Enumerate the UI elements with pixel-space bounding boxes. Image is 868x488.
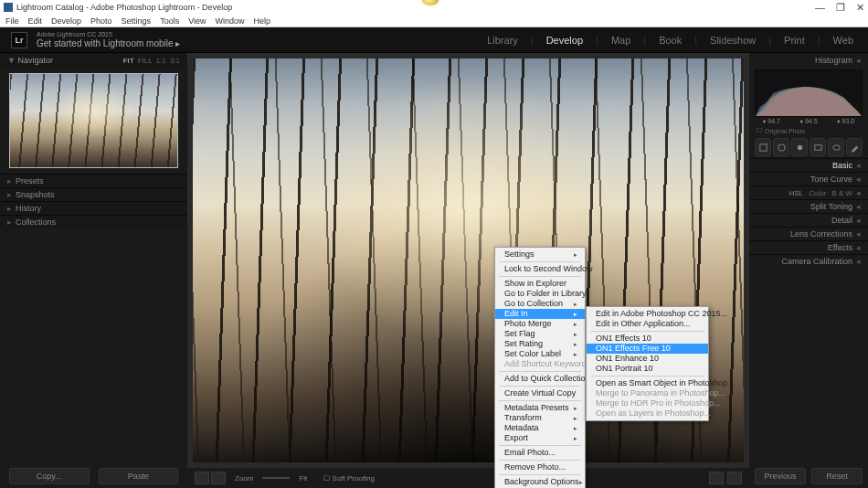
- cm-set-flag[interactable]: Set Flag▸: [495, 329, 585, 339]
- panel-snapshots[interactable]: ▸Snapshots: [0, 187, 187, 201]
- cm-settings[interactable]: Settings▸: [495, 249, 585, 260]
- module-picker: Library| Develop| Map| Book| Slideshow| …: [483, 35, 857, 46]
- menu-file[interactable]: File: [5, 16, 19, 26]
- panel-detail[interactable]: Detail ◂: [749, 213, 868, 227]
- navigator-thumbnail[interactable]: [9, 73, 178, 168]
- cm-remove-photo[interactable]: Remove Photo...: [495, 462, 585, 472]
- cm-goto-folder[interactable]: Go to Folder in Library: [495, 289, 585, 299]
- reset-button[interactable]: Reset: [811, 468, 863, 484]
- panel-presets[interactable]: ▸Presets: [0, 174, 187, 187]
- identity-line2[interactable]: Get started with Lightroom mobile ▸: [37, 38, 180, 48]
- svg-point-4: [832, 144, 839, 150]
- cm-transform[interactable]: Transform▸: [495, 413, 585, 423]
- panel-collections[interactable]: ▸Collections: [0, 215, 187, 228]
- before-after-button[interactable]: [211, 472, 226, 484]
- module-develop[interactable]: Develop: [543, 35, 587, 46]
- center-toolbar: Zoom Fit ☐ Soft Proofing: [187, 468, 749, 488]
- panel-hsl[interactable]: HSLColorB & W ◂: [749, 186, 868, 199]
- module-web[interactable]: Web: [830, 35, 857, 46]
- module-library[interactable]: Library: [483, 35, 522, 46]
- panel-lens-corrections[interactable]: Lens Corrections ◂: [749, 227, 868, 240]
- panel-split-toning[interactable]: Split Toning ◂: [749, 199, 868, 213]
- cm-smart-object[interactable]: Open as Smart Object in Photoshop...: [587, 378, 708, 388]
- context-menu-main: Settings▸ Lock to Second Window Show in …: [494, 247, 586, 488]
- svg-rect-3: [814, 144, 820, 150]
- navigator-header[interactable]: ▼ Navigator FIT FILL 1:1 3:1: [0, 53, 187, 68]
- filmstrip-toggle-button[interactable]: [727, 472, 742, 484]
- menu-window[interactable]: Window: [216, 16, 245, 26]
- svg-point-2: [797, 144, 802, 150]
- menu-tools[interactable]: Tools: [160, 16, 179, 26]
- nav-1-1[interactable]: 1:1: [156, 57, 166, 65]
- menu-view[interactable]: View: [188, 16, 206, 26]
- center-area: Zoom Fit ☐ Soft Proofing: [187, 53, 749, 488]
- panel-effects[interactable]: Effects ◂: [749, 240, 868, 254]
- panel-tone-curve[interactable]: Tone Curve ◂: [749, 172, 868, 186]
- cm-on1-effects-free[interactable]: ON1 Effects Free 10: [587, 344, 708, 354]
- histogram-values: ♦ 94.7 ♦ 94.5 ♦ 93.0: [749, 117, 868, 125]
- menu-help[interactable]: Help: [254, 16, 271, 26]
- menu-settings[interactable]: Settings: [122, 16, 152, 26]
- histogram-header[interactable]: Histogram◂: [749, 53, 868, 68]
- cm-on1-effects[interactable]: ON1 Effects 10: [587, 334, 708, 344]
- zoom-label: Zoom: [235, 474, 253, 483]
- cm-photo-merge[interactable]: Photo Merge▸: [495, 319, 585, 329]
- module-book[interactable]: Book: [655, 35, 685, 46]
- redeye-tool[interactable]: [791, 138, 808, 156]
- module-slideshow[interactable]: Slideshow: [706, 35, 759, 46]
- minimize-button[interactable]: —: [815, 2, 825, 14]
- soft-proofing-checkbox[interactable]: ☐ Soft Proofing: [323, 474, 374, 483]
- cm-background-options[interactable]: Background Options▸: [495, 477, 585, 487]
- window-title: Lightroom Catalog - Adobe Photoshop Ligh…: [16, 3, 232, 12]
- cm-email-photo[interactable]: Email Photo...: [495, 448, 585, 458]
- nav-fill[interactable]: FILL: [138, 57, 153, 65]
- paste-button[interactable]: Paste: [99, 468, 179, 484]
- navigator-title: Navigator: [17, 56, 53, 65]
- cm-edit-in[interactable]: Edit In▸: [495, 309, 585, 319]
- maximize-button[interactable]: ❐: [836, 2, 845, 14]
- fit-label[interactable]: Fit: [299, 474, 307, 483]
- radial-tool[interactable]: [828, 138, 844, 156]
- cm-on1-portrait[interactable]: ON1 Portrait 10: [587, 364, 708, 374]
- cm-export[interactable]: Export▸: [495, 433, 585, 443]
- cm-metadata-presets[interactable]: Metadata Presets▸: [495, 403, 585, 413]
- menu-edit[interactable]: Edit: [28, 16, 43, 26]
- panel-basic[interactable]: Basic ◂: [749, 158, 868, 172]
- cm-edit-photoshop[interactable]: Edit in Adobe Photoshop CC 2015...: [587, 309, 708, 319]
- cm-set-color-label[interactable]: Set Color Label▸: [495, 349, 585, 359]
- app-icon: [4, 3, 13, 12]
- cm-metadata[interactable]: Metadata▸: [495, 423, 585, 433]
- cm-edit-other-app[interactable]: Edit in Other Application...: [587, 319, 708, 329]
- cm-create-virtual-copy[interactable]: Create Virtual Copy: [495, 388, 585, 398]
- crop-tool[interactable]: [755, 138, 771, 156]
- panel-camera-calibration[interactable]: Camera Calibration ◂: [749, 254, 868, 268]
- toolbar-toggle-button[interactable]: [709, 472, 724, 484]
- spot-removal-tool[interactable]: [773, 138, 789, 156]
- loupe-view-button[interactable]: [195, 472, 209, 484]
- brush-tool[interactable]: [846, 138, 863, 156]
- cm-add-quick-collection[interactable]: Add to Quick Collection: [495, 374, 585, 384]
- cm-merge-panorama: Merge to Panorama in Photoshop...: [587, 388, 708, 398]
- module-map[interactable]: Map: [608, 35, 634, 46]
- cm-lock-second-window[interactable]: Lock to Second Window: [495, 264, 585, 274]
- cm-on1-enhance[interactable]: ON1 Enhance 10: [587, 354, 708, 364]
- histogram[interactable]: [755, 69, 863, 117]
- zoom-slider[interactable]: [262, 477, 290, 479]
- context-submenu-edit-in: Edit in Adobe Photoshop CC 2015... Edit …: [586, 306, 709, 421]
- gradient-tool[interactable]: [810, 138, 826, 156]
- previous-button[interactable]: Previous: [755, 468, 806, 484]
- module-print[interactable]: Print: [780, 35, 809, 46]
- tool-strip: [755, 138, 863, 156]
- nav-fit[interactable]: FIT: [123, 57, 134, 65]
- left-panel: ▼ Navigator FIT FILL 1:1 3:1 ▸Presets ▸S…: [0, 53, 187, 488]
- copy-button[interactable]: Copy...: [9, 468, 90, 484]
- menu-develop[interactable]: Develop: [51, 16, 81, 26]
- nav-3-1[interactable]: 3:1: [170, 57, 180, 65]
- cm-goto-collection[interactable]: Go to Collection▸: [495, 299, 585, 309]
- panel-history[interactable]: ▸History: [0, 201, 187, 215]
- cm-set-rating[interactable]: Set Rating▸: [495, 339, 585, 349]
- original-photo-checkbox[interactable]: ☐ Original Photo: [749, 125, 868, 136]
- cm-show-explorer[interactable]: Show in Explorer: [495, 279, 585, 289]
- close-button[interactable]: ✕: [856, 2, 864, 14]
- menu-photo[interactable]: Photo: [90, 16, 112, 26]
